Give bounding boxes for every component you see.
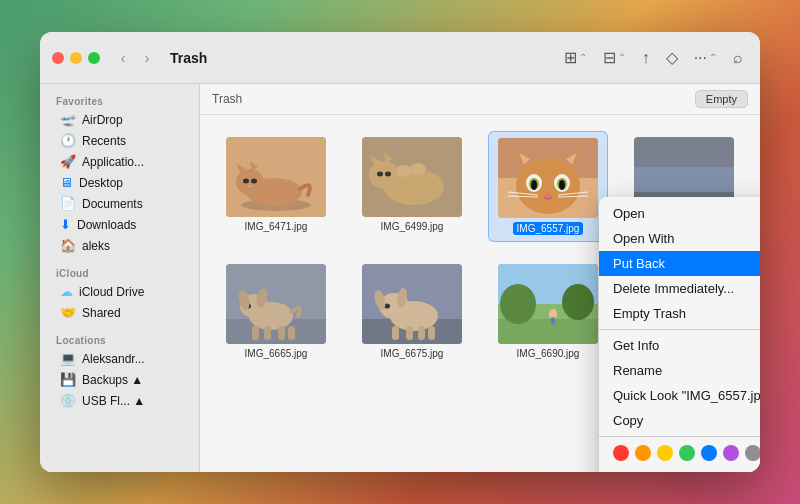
sidebar-item-usb[interactable]: 💿 USB Fl... ▲: [44, 390, 195, 411]
ctx-get-info-label: Get Info: [613, 338, 659, 353]
more-chevron-icon: ⌃: [709, 52, 717, 63]
usb-icon: 💿: [60, 393, 76, 408]
color-tag-orange[interactable]: [635, 445, 651, 461]
ctx-quick-look-label: Quick Look "IMG_6557.jpg": [613, 388, 760, 403]
sidebar-icloud: iCloud ☁ iCloud Drive 🤝 Shared: [40, 264, 199, 323]
file-item[interactable]: IMG_6665.jpg: [216, 258, 336, 365]
file-area-header: Trash Empty: [200, 84, 760, 115]
svg-point-66: [562, 284, 594, 320]
sidebar-item-label: Aleksandr...: [82, 352, 145, 366]
tag-button[interactable]: ◇: [661, 45, 683, 70]
back-button[interactable]: ‹: [112, 47, 134, 69]
file-thumbnail: [226, 264, 326, 344]
svg-point-7: [251, 179, 257, 184]
ctx-open-with[interactable]: Open With ›: [599, 226, 760, 251]
ctx-color-tags: [599, 440, 760, 466]
search-button[interactable]: ⌕: [728, 46, 748, 70]
svg-rect-44: [264, 326, 271, 340]
grid-icon: ⊞: [564, 48, 577, 67]
ctx-copy[interactable]: Copy: [599, 408, 760, 433]
sidebar-item-icloud-drive[interactable]: ☁ iCloud Drive: [44, 281, 195, 302]
sidebar-favorites-label: Favorites: [40, 92, 199, 109]
file-item[interactable]: IMG_6499.jpg: [352, 131, 472, 242]
tag-icon: ◇: [666, 48, 678, 67]
ctx-open[interactable]: Open: [599, 201, 760, 226]
file-thumbnail: [498, 264, 598, 344]
ctx-put-back[interactable]: Put Back: [599, 251, 760, 276]
more-icon: ···: [694, 49, 707, 67]
svg-point-16: [396, 165, 412, 177]
sidebar-item-label: aleks: [82, 239, 110, 253]
svg-rect-55: [406, 326, 413, 340]
svg-rect-57: [428, 326, 435, 340]
file-thumbnail: [498, 138, 598, 218]
icloud-drive-icon: ☁: [60, 284, 73, 299]
sidebar-item-label: Documents: [82, 197, 143, 211]
svg-rect-45: [278, 326, 285, 340]
ctx-delete-immediately[interactable]: Delete Immediately...: [599, 276, 760, 301]
file-name: IMG_6675.jpg: [381, 348, 444, 359]
color-tag-blue[interactable]: [701, 445, 717, 461]
ctx-tags[interactable]: Tags...: [599, 466, 760, 472]
color-tag-gray[interactable]: [745, 445, 760, 461]
sidebar-item-label: Desktop: [79, 176, 123, 190]
ctx-get-info[interactable]: Get Info: [599, 333, 760, 358]
sidebar-item-backups[interactable]: 💾 Backups ▲: [44, 369, 195, 390]
color-tag-yellow[interactable]: [657, 445, 673, 461]
sidebar-item-documents[interactable]: 📄 Documents: [44, 193, 195, 214]
sidebar-icloud-label: iCloud: [40, 264, 199, 281]
file-name: IMG_6665.jpg: [245, 348, 308, 359]
share-button[interactable]: ↑: [637, 46, 655, 70]
sidebar-item-airdrop[interactable]: 🛫 AirDrop: [44, 109, 195, 130]
file-item[interactable]: IMG_6690.jpg: [488, 258, 608, 365]
ctx-separator-2: [599, 436, 760, 437]
sidebar-item-label: Downloads: [77, 218, 136, 232]
maximize-button[interactable]: [88, 52, 100, 64]
downloads-icon: ⬇: [60, 217, 71, 232]
color-tag-purple[interactable]: [723, 445, 739, 461]
forward-button[interactable]: ›: [136, 47, 158, 69]
window-title: Trash: [170, 50, 207, 66]
recents-icon: 🕐: [60, 133, 76, 148]
svg-point-14: [377, 172, 383, 177]
svg-point-29: [531, 180, 537, 190]
view-grid-button[interactable]: ⊞ ⌃: [559, 45, 592, 70]
sidebar-item-applications[interactable]: 🚀 Applicatio...: [44, 151, 195, 172]
file-thumbnail: [226, 137, 326, 217]
view-toggle-icon: ⌃: [579, 52, 587, 63]
minimize-button[interactable]: [70, 52, 82, 64]
file-item[interactable]: IMG_6471.jpg: [216, 131, 336, 242]
close-button[interactable]: [52, 52, 64, 64]
sidebar-item-downloads[interactable]: ⬇ Downloads: [44, 214, 195, 235]
file-item[interactable]: IMG_6675.jpg: [352, 258, 472, 365]
sidebar-item-recents[interactable]: 🕐 Recents: [44, 130, 195, 151]
sidebar-locations-label: Locations: [40, 331, 199, 348]
ctx-delete-label: Delete Immediately...: [613, 281, 734, 296]
more-button[interactable]: ··· ⌃: [689, 46, 722, 70]
ctx-rename[interactable]: Rename: [599, 358, 760, 383]
svg-rect-46: [288, 326, 295, 340]
file-thumbnail: [362, 264, 462, 344]
ctx-quick-look[interactable]: Quick Look "IMG_6557.jpg": [599, 383, 760, 408]
empty-trash-button[interactable]: Empty: [695, 90, 748, 108]
sidebar-item-aleks[interactable]: 🏠 aleks: [44, 235, 195, 256]
color-tag-red[interactable]: [613, 445, 629, 461]
context-menu: Open Open With › Put Back Delete Immedia…: [599, 197, 760, 472]
svg-point-20: [516, 158, 580, 214]
color-tag-green[interactable]: [679, 445, 695, 461]
sidebar-item-shared[interactable]: 🤝 Shared: [44, 302, 195, 323]
titlebar: ‹ › Trash ⊞ ⌃ ⊟ ⌃ ↑ ◇ ··· ⌃ ⌕: [40, 32, 760, 84]
sidebar: Favorites 🛫 AirDrop 🕐 Recents 🚀 Applicat…: [40, 84, 200, 472]
file-name: IMG_6557.jpg: [513, 222, 584, 235]
sidebar-item-label: Shared: [82, 306, 121, 320]
svg-rect-54: [392, 326, 399, 340]
view-list-button[interactable]: ⊟ ⌃: [598, 45, 631, 70]
sidebar-item-aleksandr[interactable]: 💻 Aleksandr...: [44, 348, 195, 369]
sidebar-item-desktop[interactable]: 🖥 Desktop: [44, 172, 195, 193]
ctx-tags-label: Tags...: [613, 471, 651, 472]
desktop-icon: 🖥: [60, 175, 73, 190]
file-item[interactable]: IMG_6557.jpg: [488, 131, 608, 242]
ctx-empty-trash[interactable]: Empty Trash: [599, 301, 760, 326]
sidebar-item-label: Applicatio...: [82, 155, 144, 169]
computer-icon: 💻: [60, 351, 76, 366]
